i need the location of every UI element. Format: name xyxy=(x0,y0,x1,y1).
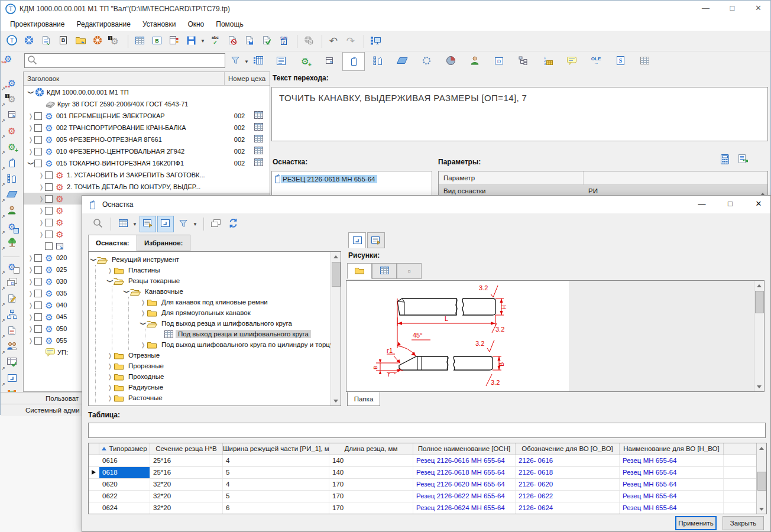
chevron-closed-icon[interactable]: ❭ xyxy=(106,352,114,359)
chevron-closed-icon[interactable]: ❭ xyxy=(27,302,34,309)
row-checkbox[interactable] xyxy=(34,148,42,155)
filter-caret-icon[interactable]: ▼ xyxy=(244,59,249,64)
pictures-tab-table-alt[interactable]: ▫ xyxy=(397,263,422,279)
catalog-tree-row[interactable]: ❭Пластины xyxy=(90,265,330,275)
catalog-tree-row[interactable]: ❭Проходные xyxy=(90,371,330,382)
corner-button[interactable]: ↗ xyxy=(4,372,20,386)
menu-Редактирование[interactable]: Редактирование xyxy=(71,18,137,30)
catalog-tree-row[interactable]: ❭Канавочные xyxy=(90,286,330,297)
gear-run-button[interactable]: ⚙»»↗ xyxy=(4,76,20,90)
chevron-closed-icon[interactable]: ❭ xyxy=(140,342,147,348)
comment-button[interactable] xyxy=(561,52,583,71)
row-checkbox[interactable] xyxy=(34,325,42,333)
menu-Окно[interactable]: Окно xyxy=(182,18,210,30)
menu-Помощь[interactable]: Помощь xyxy=(210,18,249,30)
dim-button[interactable]: D xyxy=(488,52,510,71)
windows-d-button[interactable]: D↗ xyxy=(4,276,20,290)
wheel-button[interactable] xyxy=(21,34,37,49)
transition-text[interactable]: ТОЧИТЬ КАНАВКУ, ВЫДЕРЖИВАЯ РАЗМЕРЫ [ОП=1… xyxy=(271,87,768,141)
chevron-closed-icon[interactable]: ❭ xyxy=(38,172,45,179)
table-row[interactable]: 062232*205170Резец 2126-0622 МН 655-6421… xyxy=(89,491,766,502)
person-button[interactable]: ↗ xyxy=(4,204,20,218)
doc-check-button[interactable] xyxy=(259,34,274,49)
folder-send-button[interactable] xyxy=(73,34,88,49)
row-checkbox[interactable] xyxy=(34,112,42,120)
parallelogram-button[interactable]: ↗ xyxy=(4,188,20,202)
apply-button[interactable]: Применить xyxy=(675,516,717,530)
param-column-header[interactable]: Параметр xyxy=(439,171,584,184)
row-checkbox[interactable] xyxy=(45,183,53,191)
row-checkbox[interactable] xyxy=(45,195,53,203)
tool-button[interactable] xyxy=(342,52,365,71)
table-row[interactable]: 061625*164140Резец 2126-0616 МН 655-6421… xyxy=(89,455,766,467)
tools-copy-button[interactable]: ↗ xyxy=(4,172,20,186)
catalog-tree-row[interactable]: ❭Режущий инструмент xyxy=(90,254,330,265)
script-button[interactable]: S xyxy=(609,52,631,71)
table-view-button[interactable] xyxy=(115,216,131,232)
pie-button[interactable] xyxy=(439,52,462,71)
tree-row[interactable]: ❭КДМ 1000.00.00.001 М1 ТП xyxy=(24,86,270,98)
row-checkbox[interactable] xyxy=(34,160,42,167)
row-checkbox[interactable] xyxy=(45,207,53,215)
search-input[interactable] xyxy=(37,56,225,66)
tree-row[interactable]: ❭⚙010 ФРЕЗЕРНО-ЦЕНТРОВАЛЬНАЯ 2Г942002 xyxy=(24,145,270,157)
catalog-tree-row[interactable]: ❭Отрезные xyxy=(90,350,330,361)
catalog-tree-row[interactable]: ❭Под выход резца и шлифовального круга xyxy=(90,318,330,329)
chevron-closed-icon[interactable]: ❭ xyxy=(38,231,45,238)
minimize-icon[interactable]: — xyxy=(692,1,719,17)
chevron-open-icon[interactable]: ❭ xyxy=(28,160,34,167)
cascade-button[interactable] xyxy=(208,216,224,232)
card-icon[interactable] xyxy=(254,135,263,144)
card-icon[interactable] xyxy=(254,147,263,155)
hierarchy-button[interactable]: ↗ xyxy=(4,308,20,322)
row-checkbox[interactable] xyxy=(45,231,53,238)
gear-add-button[interactable]: ⚙+ xyxy=(294,52,316,71)
table-view-button[interactable] xyxy=(132,34,147,49)
pictures-tab-folder[interactable] xyxy=(347,263,372,279)
chevron-closed-icon[interactable]: ❭ xyxy=(27,148,34,155)
table-filter-input[interactable] xyxy=(88,423,766,438)
sn-button[interactable]: S/N7 xyxy=(276,34,291,49)
columns-icon[interactable] xyxy=(254,56,263,66)
tab-favorites[interactable]: Избранное: xyxy=(137,235,190,251)
close-button[interactable]: Закрыть xyxy=(723,516,764,530)
chevron-closed-icon[interactable]: ❭ xyxy=(106,384,114,391)
spiral-button[interactable] xyxy=(415,52,438,71)
abc-check-button[interactable]: abc✓ xyxy=(208,34,223,49)
tab-region-view[interactable] xyxy=(348,232,366,248)
search-button[interactable] xyxy=(89,216,106,232)
gear-add-button[interactable]: ⚙+↗ xyxy=(4,140,20,154)
dropdown-caret-icon[interactable]: ▼ xyxy=(200,38,205,44)
chevron-closed-icon[interactable]: ❭ xyxy=(140,310,147,316)
tools-copy-button[interactable] xyxy=(367,52,389,71)
color-wheel-button[interactable] xyxy=(90,34,105,49)
scroll-up-icon[interactable] xyxy=(759,186,766,194)
chevron-closed-icon[interactable]: ❭ xyxy=(106,363,114,369)
table-scrollbar[interactable] xyxy=(756,443,766,514)
folder-tab[interactable]: Папка xyxy=(347,392,380,406)
row-checkbox[interactable] xyxy=(45,219,53,226)
table-row[interactable]: 062432*206170Резец 2126-0624 МН 655-6421… xyxy=(89,502,766,514)
catalog-tree-row[interactable]: ❭Для канавок под клиновые ремни xyxy=(90,297,330,307)
dropdown-caret-icon[interactable]: ▼ xyxy=(132,222,137,227)
row-checkbox[interactable] xyxy=(34,136,42,144)
tree-row[interactable]: Круг 38 ГОСТ 2590-2006/40Х ГОСТ 4543-71 xyxy=(24,98,270,110)
table-column-header[interactable]: Полное наименование [ОСН] xyxy=(413,443,516,455)
tree-monitor-button[interactable] xyxy=(368,34,383,49)
chevron-closed-icon[interactable]: ❭ xyxy=(27,137,34,143)
gear-run-icon[interactable]: ⚙»» xyxy=(4,54,12,64)
redo-button[interactable]: ↷ xyxy=(343,34,358,49)
table-row[interactable]: 062032*204170Резец 2126-0620 МН 655-6421… xyxy=(89,479,766,491)
person-button[interactable] xyxy=(464,52,486,71)
doc-b-button[interactable]: B xyxy=(56,34,71,49)
window-split-button[interactable] xyxy=(166,34,182,49)
dialog-minimize-icon[interactable]: — xyxy=(690,196,714,213)
chevron-open-icon[interactable]: ❭ xyxy=(124,288,130,295)
tree-row[interactable]: ❭⚙005 ФРЕЗЕРНО-ОТРЕЗНАЯ 8Г661002 xyxy=(24,134,270,145)
table-column-header[interactable]: Наименование для ВО [Н_ВО] xyxy=(620,443,724,455)
catalog-scrollbar[interactable] xyxy=(331,252,341,406)
list-check-button[interactable]: ↗ xyxy=(4,356,20,370)
app-button[interactable]: T xyxy=(4,34,20,49)
pictures-tab-table-view[interactable] xyxy=(372,263,397,279)
doc-save-button[interactable] xyxy=(242,34,257,49)
